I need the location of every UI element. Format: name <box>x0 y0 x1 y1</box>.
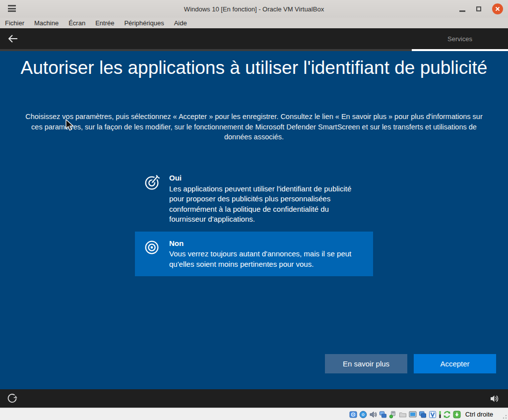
mouse-integration-icon[interactable] <box>443 410 451 419</box>
volume-icon[interactable] <box>489 394 499 406</box>
close-icon <box>495 6 501 12</box>
left-arrow-icon <box>7 33 19 44</box>
bullseye-icon <box>144 239 161 270</box>
menu-aide[interactable]: Aide <box>174 19 187 27</box>
resize-grip[interactable] <box>501 413 507 419</box>
host-key-label: Ctrl droite <box>465 411 493 418</box>
page-subtitle: Choisissez vos paramètres, puis sélectio… <box>20 112 488 142</box>
option-non-description: Vous verrez toujours autant d'annonces, … <box>169 249 364 269</box>
optical-disk-icon[interactable] <box>359 410 368 419</box>
menubar: Fichier Machine Écran Entrée Périphériqu… <box>0 18 508 28</box>
recording-icon[interactable] <box>419 410 427 419</box>
menu-machine[interactable]: Machine <box>34 19 59 27</box>
virtualbox-window: Windows 10 [En fonction] - Oracle VM Vir… <box>0 0 508 420</box>
option-oui-description: Les applications peuvent utiliser l'iden… <box>169 184 364 225</box>
keyboard-capture-icon[interactable] <box>453 410 461 419</box>
minimize-button[interactable] <box>459 10 465 12</box>
back-button[interactable] <box>7 33 19 44</box>
option-oui[interactable]: Oui Les applications peuvent utiliser l'… <box>135 166 373 232</box>
statusbar: Ctrl droite <box>0 408 508 420</box>
hamburger-menu-icon[interactable] <box>8 5 16 12</box>
oobe-footer <box>0 389 508 408</box>
options-list: Oui Les applications peuvent utiliser l'… <box>135 166 373 276</box>
window-title: Windows 10 [En fonction] - Oracle VM Vir… <box>0 5 508 13</box>
accept-button[interactable]: Accepter <box>414 354 496 373</box>
tab-services[interactable]: Services <box>412 28 508 49</box>
option-non-label: Non <box>169 239 364 249</box>
option-non[interactable]: Non Vous verrez toujours autant d'annonc… <box>135 232 373 277</box>
learn-more-button[interactable]: En savoir plus <box>325 354 407 373</box>
hard-disk-icon[interactable] <box>349 410 358 419</box>
menu-entree[interactable]: Entrée <box>95 19 114 27</box>
audio-icon[interactable] <box>369 410 378 419</box>
menu-peripheriques[interactable]: Périphériques <box>124 19 164 27</box>
menu-fichier[interactable]: Fichier <box>5 19 24 27</box>
maximize-button[interactable] <box>476 6 481 11</box>
ease-of-access-icon[interactable] <box>7 393 17 405</box>
usb-icon[interactable] <box>389 410 397 419</box>
indicator-bar <box>439 410 442 419</box>
network-icon[interactable] <box>379 410 387 419</box>
display-icon[interactable] <box>409 410 417 419</box>
target-dart-icon <box>144 173 161 225</box>
menu-ecran[interactable]: Écran <box>68 19 85 27</box>
shared-folders-icon[interactable] <box>399 410 407 419</box>
close-button[interactable] <box>492 3 503 14</box>
titlebar: Windows 10 [En fonction] - Oracle VM Vir… <box>0 0 508 18</box>
page-title: Autoriser les applications à utiliser l'… <box>20 55 488 81</box>
option-oui-label: Oui <box>169 173 364 183</box>
oobe-body: Autoriser les applications à utiliser l'… <box>0 51 508 389</box>
features-icon[interactable] <box>429 410 437 419</box>
mouse-cursor-icon <box>65 119 75 134</box>
